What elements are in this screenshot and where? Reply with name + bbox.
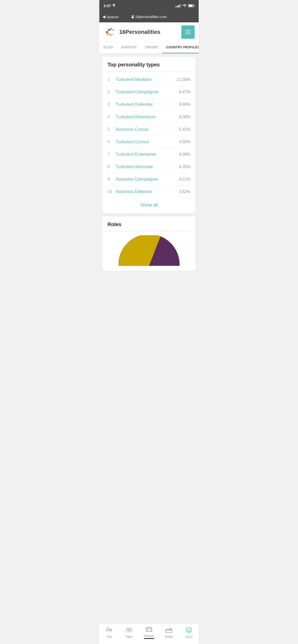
divider <box>107 71 191 71</box>
svg-point-9 <box>110 34 112 36</box>
wifi-icon <box>183 4 187 7</box>
main-content: Top personality types 1 Turbulent Mediat… <box>99 54 199 300</box>
tab-country-profiles[interactable]: COUNTRY PROFILES <box>162 42 199 53</box>
roles-divider <box>107 231 191 231</box>
status-time-area: 3:07 <box>103 4 116 8</box>
percentage-6: 4.56% <box>179 140 191 144</box>
rank-7: 7 <box>107 152 116 157</box>
percentage-8: 4.35% <box>179 165 191 169</box>
logo-text: 16Personalities <box>119 29 160 35</box>
percentage-1: 11.00% <box>177 77 191 82</box>
signal-icon <box>175 4 181 7</box>
logo[interactable]: 16Personalities <box>103 25 160 39</box>
pie-chart-svg <box>118 235 180 266</box>
type-name-5[interactable]: Assertive Consul <box>116 127 179 132</box>
status-icons <box>175 4 195 7</box>
percentage-9: 4.21% <box>179 177 191 182</box>
list-item: 3 Turbulent Defender 6.69% <box>107 98 191 111</box>
rank-9: 9 <box>107 177 116 182</box>
type-name-2[interactable]: Turbulent Campaigner <box>116 90 179 95</box>
type-name-8[interactable]: Turbulent Advocate <box>116 164 179 169</box>
list-item: 8 Turbulent Advocate 4.35% <box>107 161 191 173</box>
list-item: 10 Assertive Defender 3.52% <box>107 186 191 198</box>
show-all-container: Show all <box>107 198 191 211</box>
bottom-spacer <box>102 274 196 297</box>
list-item: 7 Turbulent Entertainer 4.38% <box>107 148 191 161</box>
rank-8: 8 <box>107 165 116 169</box>
rank-2: 2 <box>107 90 116 94</box>
rank-10: 10 <box>107 189 116 194</box>
list-item: 2 Turbulent Campaigner 8.47% <box>107 86 191 98</box>
logo-16: 16 <box>119 29 125 35</box>
svg-point-7 <box>112 29 114 31</box>
type-name-6[interactable]: Turbulent Consul <box>116 139 179 144</box>
list-item: 4 Turbulent Adventurer 6.06% <box>107 111 191 123</box>
top-personality-card: Top personality types 1 Turbulent Mediat… <box>102 57 196 213</box>
rank-6: 6 <box>107 140 116 144</box>
svg-rect-2 <box>194 5 195 6</box>
svg-rect-3 <box>132 17 134 18</box>
percentage-4: 6.06% <box>179 115 191 119</box>
type-name-7[interactable]: Turbulent Entertainer <box>116 152 179 157</box>
tab-theory[interactable]: THEORY <box>141 42 162 53</box>
type-name-10[interactable]: Assertive Defender <box>116 189 179 194</box>
list-item: 9 Assertive Campaigner 4.21% <box>107 173 191 186</box>
rank-5: 5 <box>107 127 116 132</box>
list-item: 6 Turbulent Consul 4.56% <box>107 136 191 148</box>
percentage-10: 3.52% <box>179 189 191 194</box>
hamburger-line <box>185 34 191 34</box>
tab-navigation: ICLES SURVEYS THEORY COUNTRY PROFILES <box>99 42 199 54</box>
svg-point-6 <box>110 28 112 30</box>
roles-title: Roles <box>107 222 191 227</box>
roles-chart <box>107 235 191 266</box>
rank-3: 3 <box>107 102 116 107</box>
list-item: 5 Assertive Consul 5.41% <box>107 123 191 136</box>
personality-list: 1 Turbulent Mediator 11.00% 2 Turbulent … <box>107 74 191 198</box>
type-name-1[interactable]: Turbulent Mediator <box>116 77 177 82</box>
browser-nav-bar: ◀ Search 16personalities.com <box>99 11 199 22</box>
svg-point-10 <box>112 33 114 35</box>
svg-point-8 <box>108 33 110 35</box>
type-name-4[interactable]: Turbulent Adventurer <box>116 114 179 120</box>
hamburger-line <box>185 32 191 32</box>
svg-point-11 <box>106 33 108 35</box>
roles-card: Roles <box>102 216 196 271</box>
svg-point-5 <box>108 29 110 31</box>
url-bar[interactable]: 16personalities.com <box>131 15 167 19</box>
battery-icon <box>188 4 195 7</box>
type-name-9[interactable]: Assertive Campaigner <box>116 177 179 182</box>
percentage-2: 8.47% <box>179 90 191 94</box>
card-title-personality: Top personality types <box>107 62 191 68</box>
show-all-button[interactable]: Show all <box>140 202 158 208</box>
percentage-3: 6.69% <box>179 102 191 107</box>
url-text: 16personalities.com <box>135 15 167 19</box>
tab-articles[interactable]: ICLES <box>99 42 117 53</box>
back-label: Search <box>106 15 119 19</box>
back-button[interactable]: ◀ Search <box>102 14 119 19</box>
time: 3:07 <box>103 4 111 8</box>
percentage-5: 5.41% <box>179 127 191 132</box>
type-name-3[interactable]: Turbulent Defender <box>116 102 179 107</box>
rank-4: 4 <box>107 115 116 119</box>
menu-button[interactable] <box>181 25 195 39</box>
svg-point-4 <box>106 31 108 33</box>
hamburger-line <box>185 30 191 31</box>
lock-icon <box>131 15 134 19</box>
logo-personalities: Personalities <box>125 29 160 35</box>
list-item: 1 Turbulent Mediator 11.00% <box>107 74 191 86</box>
tab-surveys[interactable]: SURVEYS <box>117 42 141 53</box>
logo-icon <box>103 25 117 39</box>
site-header: 16Personalities <box>99 22 199 42</box>
status-bar: 3:07 <box>99 0 199 11</box>
location-icon <box>112 4 116 7</box>
rank-1: 1 <box>107 77 116 82</box>
percentage-7: 4.38% <box>179 152 191 157</box>
back-arrow: ◀ <box>102 14 105 19</box>
svg-rect-1 <box>189 5 193 7</box>
